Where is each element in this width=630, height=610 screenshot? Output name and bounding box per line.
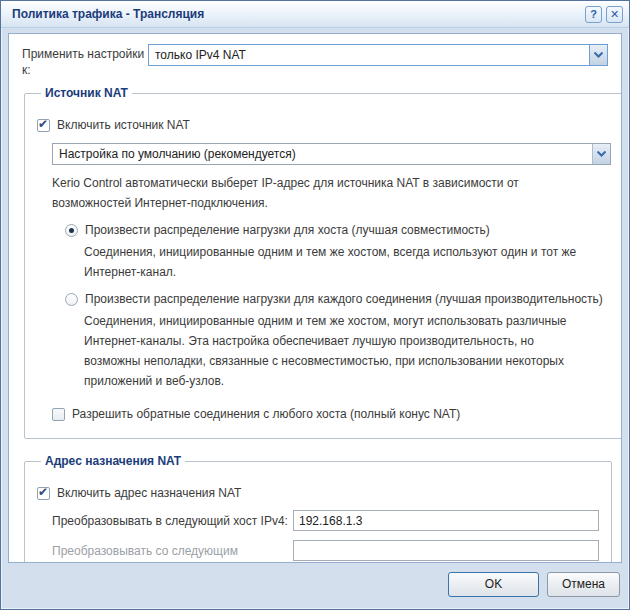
load-balance-connection-label: Произвести распределение нагрузки для ка… xyxy=(85,292,603,307)
source-nat-mode-value: Настройка по умолчанию (рекомендуется) xyxy=(53,147,592,161)
load-balance-host-description: Соединения, инициированные одним и тем ж… xyxy=(84,242,585,282)
load-balance-host-label: Произвести распределение нагрузки для хо… xyxy=(85,223,490,238)
source-nat-legend: Источник NAT xyxy=(41,86,132,100)
dialog-content: Применить настройки к: только IPv4 NAT И… xyxy=(8,33,622,563)
destination-nat-legend: Адрес назначения NAT xyxy=(41,454,185,468)
source-nat-mode-description: Kerio Control автоматически выберет IP-а… xyxy=(52,173,581,213)
enable-destination-nat-row: Включить адрес назначения NAT xyxy=(37,486,599,501)
enable-destination-nat-label: Включить адрес назначения NAT xyxy=(57,486,241,501)
apply-settings-value: только IPv4 NAT xyxy=(149,48,589,62)
load-balance-host-radio[interactable] xyxy=(65,224,78,237)
enable-source-nat-checkbox[interactable] xyxy=(37,119,50,132)
ipv4-host-label: Преобразовывать в следующий хост IPv4: xyxy=(52,510,293,529)
full-cone-nat-checkbox[interactable] xyxy=(52,408,65,421)
ipv6-prefix-input[interactable] xyxy=(293,540,599,561)
dialog-footer: OK Отмена xyxy=(1,563,629,609)
apply-settings-label: Применить настройки к: xyxy=(22,44,148,78)
ok-button[interactable]: OK xyxy=(448,572,539,597)
help-icon[interactable]: ? xyxy=(585,6,602,23)
ipv6-prefix-label: Преобразовывать со следующим префиксом I… xyxy=(52,540,293,563)
load-balance-connection-radio[interactable] xyxy=(65,293,78,306)
close-icon[interactable]: ✕ xyxy=(606,6,623,23)
apply-settings-row: Применить настройки к: только IPv4 NAT xyxy=(22,44,608,78)
destination-nat-group: Адрес назначения NAT Включить адрес назн… xyxy=(24,454,612,563)
chevron-down-icon[interactable] xyxy=(589,45,607,65)
full-cone-nat-row: Разрешить обратные соединения с любого х… xyxy=(52,407,611,422)
load-balance-host-row: Произвести распределение нагрузки для хо… xyxy=(65,223,611,238)
full-cone-nat-label: Разрешить обратные соединения с любого х… xyxy=(72,407,460,422)
enable-source-nat-row: Включить источник NAT xyxy=(37,118,611,133)
cancel-button[interactable]: Отмена xyxy=(547,572,620,597)
titlebar-buttons: ? ✕ xyxy=(585,6,623,23)
ipv6-prefix-row: Преобразовывать со следующим префиксом I… xyxy=(52,540,599,563)
enable-source-nat-label: Включить источник NAT xyxy=(57,118,190,133)
enable-destination-nat-checkbox[interactable] xyxy=(37,487,50,500)
source-nat-mode-select[interactable]: Настройка по умолчанию (рекомендуется) xyxy=(52,143,611,165)
apply-settings-select[interactable]: только IPv4 NAT xyxy=(148,44,608,66)
load-balance-connection-description: Соединения, инициированные одним и тем ж… xyxy=(84,311,585,391)
load-balance-connection-row: Произвести распределение нагрузки для ка… xyxy=(65,292,611,307)
dialog-titlebar[interactable]: Политика трафика - Трансляция ? ✕ xyxy=(1,1,629,28)
traffic-policy-translation-dialog: Политика трафика - Трансляция ? ✕ Примен… xyxy=(0,0,630,610)
source-nat-group: Источник NAT Включить источник NAT Настр… xyxy=(24,86,622,439)
ipv4-host-input[interactable] xyxy=(293,510,599,531)
chevron-down-icon[interactable] xyxy=(592,144,610,164)
dialog-title: Политика трафика - Трансляция xyxy=(12,7,585,21)
ipv4-host-row: Преобразовывать в следующий хост IPv4: xyxy=(52,510,599,531)
